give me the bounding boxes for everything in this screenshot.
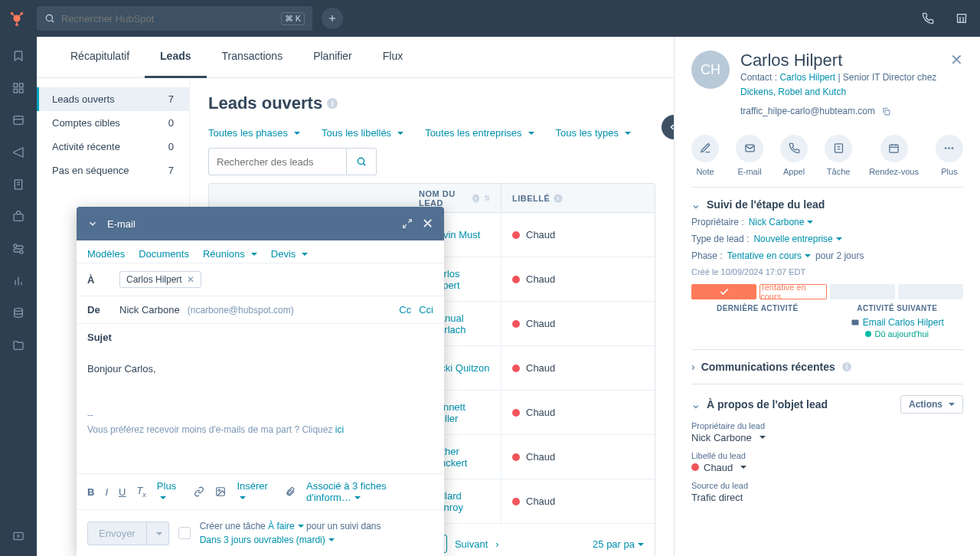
chevron-down-icon: ⌄ <box>691 398 701 410</box>
library-icon[interactable] <box>0 329 37 361</box>
create-button[interactable] <box>322 8 343 29</box>
global-search-input[interactable] <box>61 13 275 25</box>
section-about-lead[interactable]: ⌄À propos de l'objet leadActions <box>691 395 963 414</box>
lead-search-input[interactable] <box>208 148 346 175</box>
reporting-icon[interactable] <box>0 265 37 297</box>
crm-icon[interactable] <box>0 104 37 136</box>
bcc-link[interactable]: Cci <box>419 304 433 316</box>
stage-done[interactable] <box>691 284 756 299</box>
close-icon[interactable]: ✕ <box>950 51 963 69</box>
remove-chip-icon[interactable]: ✕ <box>187 274 194 285</box>
tab-meetings[interactable]: Réunions <box>203 248 257 260</box>
close-icon[interactable]: ✕ <box>422 215 433 232</box>
task-delay-link[interactable]: Dans 3 jours ouvrables (mardi) <box>200 535 335 545</box>
grid-icon[interactable] <box>0 72 37 104</box>
copy-icon[interactable] <box>881 106 891 116</box>
lead-name: Carlos Hilpert <box>740 51 963 70</box>
th-label[interactable]: LIBELLÉi <box>501 184 655 212</box>
task-type-link[interactable]: À faire <box>268 521 304 531</box>
section-stage-tracking[interactable]: ⌄Suivi de l'étape du lead <box>691 198 963 211</box>
expand-icon[interactable] <box>402 218 413 229</box>
global-search[interactable]: ⌘ K <box>37 6 312 31</box>
info-icon[interactable]: i <box>842 362 851 371</box>
sidebar-item-not-in-sequence[interactable]: Pas en séquence7 <box>37 159 189 182</box>
marketplace-icon[interactable] <box>949 6 974 31</box>
database-icon[interactable] <box>0 297 37 329</box>
leadtype-dropdown[interactable]: Nouvelle entreprise <box>753 234 841 244</box>
phone-icon[interactable] <box>916 6 940 31</box>
company-link[interactable]: Dickens, Robel and Kutch <box>740 87 846 97</box>
commerce-icon[interactable] <box>0 201 37 233</box>
filter-types[interactable]: Tous les types <box>556 127 631 139</box>
pagination-next[interactable]: Suivant <box>455 538 488 550</box>
clear-format-button[interactable]: Tx <box>136 485 145 499</box>
action-more[interactable]: Plus <box>936 135 963 176</box>
stage-pending[interactable] <box>898 284 963 299</box>
underline-button[interactable]: U <box>119 486 126 498</box>
subject-label: Sujet <box>87 332 112 343</box>
stage-current[interactable]: Tentative en cours <box>760 284 826 299</box>
contact-link[interactable]: Carlos Hilpert <box>779 72 835 83</box>
automation-icon[interactable] <box>0 233 37 265</box>
insert-button[interactable]: Insérer <box>237 480 274 503</box>
lead-search-button[interactable] <box>346 148 377 175</box>
tab-summary[interactable]: Récapitulatif <box>55 37 145 78</box>
subject-row[interactable]: Sujet <box>77 323 444 351</box>
marketing-icon[interactable] <box>0 136 37 168</box>
pagination-next-arrow[interactable]: › <box>495 538 498 550</box>
svg-point-40 <box>949 147 951 149</box>
tab-templates[interactable]: Modèles <box>87 248 125 260</box>
composer-body[interactable]: Bonjour Carlos, -- Vous préférez recevoi… <box>77 351 444 473</box>
send-options-button[interactable] <box>147 522 169 545</box>
sidebar-item-label: Comptes cibles <box>52 117 120 129</box>
cc-link[interactable]: Cc <box>399 304 411 316</box>
field-owner[interactable]: Nick Carbone <box>691 432 963 443</box>
tab-flow[interactable]: Flux <box>368 37 418 78</box>
tab-documents[interactable]: Documents <box>139 248 189 260</box>
action-call[interactable]: Appel <box>780 135 808 176</box>
pagination-perpage[interactable]: 25 par pa <box>593 538 644 550</box>
section-communications[interactable]: ›Communications récentesi <box>691 361 963 373</box>
sidebar-item-recent-activity[interactable]: Activité récente0 <box>37 135 189 159</box>
italic-button[interactable]: I <box>105 486 108 498</box>
stage-pending[interactable] <box>830 284 895 299</box>
more-format-button[interactable]: Plus <box>157 480 184 503</box>
tab-transactions[interactable]: Transactions <box>207 37 299 78</box>
tab-leads[interactable]: Leads <box>145 37 206 78</box>
filter-companies[interactable]: Toutes les entreprises <box>425 127 534 139</box>
filter-phases[interactable]: Toutes les phases <box>208 127 300 139</box>
action-task[interactable]: Tâche <box>825 135 852 176</box>
content-icon[interactable] <box>0 168 37 201</box>
collapse-panel-button[interactable] <box>662 115 674 139</box>
info-icon[interactable]: i <box>327 98 338 109</box>
image-icon[interactable] <box>215 486 226 497</box>
action-meeting[interactable]: Rendez-vous <box>869 135 919 176</box>
tab-schedule[interactable]: Planifier <box>298 37 368 78</box>
filter-labels[interactable]: Tous les libellés <box>322 127 403 139</box>
sidebar-item-target-accounts[interactable]: Comptes cibles0 <box>37 111 189 135</box>
info-icon[interactable]: i <box>473 194 480 202</box>
associated-records[interactable]: Associé à 3 fiches d'inform… <box>306 480 433 503</box>
field-label[interactable]: Chaud <box>691 462 963 473</box>
bookmark-icon[interactable] <box>0 40 37 72</box>
expand-icon[interactable] <box>0 524 37 556</box>
action-note[interactable]: Note <box>691 135 719 176</box>
actions-button[interactable]: Actions <box>900 395 963 414</box>
action-email[interactable]: E-mail <box>736 135 763 176</box>
hubspot-logo[interactable] <box>6 8 28 29</box>
send-button[interactable]: Envoyer <box>87 522 147 545</box>
tab-quotes[interactable]: Devis <box>271 248 309 260</box>
collapse-icon[interactable] <box>87 218 98 229</box>
sidebar-item-open-leads[interactable]: Leads ouverts7 <box>37 87 189 111</box>
link-icon[interactable] <box>194 486 204 497</box>
sort-icon[interactable]: ⇅ <box>484 194 491 202</box>
info-icon[interactable]: i <box>554 194 563 202</box>
attach-icon[interactable] <box>285 486 296 497</box>
phase-dropdown[interactable]: Tentative en cours <box>727 250 811 261</box>
next-activity-link[interactable]: Email Carlos Hilpert <box>831 317 964 328</box>
create-task-checkbox[interactable] <box>178 527 191 539</box>
owner-dropdown[interactable]: Nick Carbone <box>749 217 814 227</box>
bold-button[interactable]: B <box>87 486 94 498</box>
unsubscribe-link[interactable]: ici <box>335 424 344 435</box>
recipient-chip[interactable]: Carlos Hilpert✕ <box>119 271 201 288</box>
